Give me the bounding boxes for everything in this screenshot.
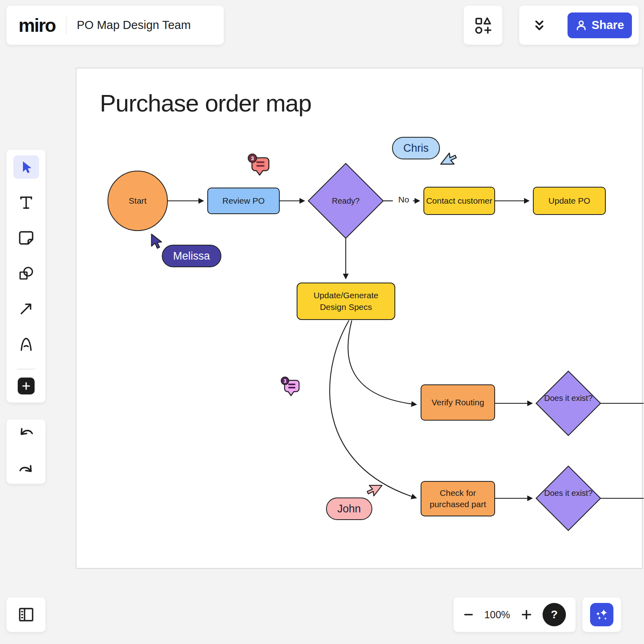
collapse-toolbar-button[interactable] bbox=[528, 14, 551, 37]
node-does-it-exist-bottom-diamond[interactable] bbox=[536, 466, 601, 530]
person-icon bbox=[576, 20, 587, 31]
collaborator-tag-chris[interactable]: Chris bbox=[392, 137, 440, 159]
sparkles-icon bbox=[594, 607, 610, 623]
pen-icon bbox=[18, 336, 35, 353]
history-toolbar bbox=[6, 419, 45, 484]
node-label: Verify Routing bbox=[431, 397, 484, 408]
miro-logo[interactable]: miro bbox=[19, 14, 56, 36]
comment-badge-red[interactable]: 3 bbox=[245, 153, 272, 178]
node-check-for-purchased-part[interactable]: Check for purchased part bbox=[421, 481, 495, 516]
sticky-note-icon bbox=[18, 229, 35, 246]
share-button-label: Share bbox=[592, 19, 624, 32]
comment-badge-pink[interactable]: 3 bbox=[278, 376, 302, 398]
shapes-icon bbox=[18, 265, 35, 282]
shapes-tool[interactable] bbox=[13, 262, 39, 285]
node-label: Update/Generate Design Specs bbox=[310, 290, 382, 313]
templates-button[interactable] bbox=[464, 6, 502, 45]
connector-updgen-check[interactable] bbox=[330, 320, 416, 498]
board-title[interactable]: PO Map Design Team bbox=[77, 19, 191, 32]
edge-label-no: No bbox=[395, 195, 412, 204]
redo-button[interactable] bbox=[13, 458, 39, 482]
more-tools-button[interactable] bbox=[18, 378, 35, 394]
help-button-label: ? bbox=[551, 608, 557, 621]
node-label: Start bbox=[129, 195, 147, 206]
board-frame[interactable]: Purchase order map Start bbox=[76, 68, 643, 569]
frames-panel-button[interactable] bbox=[6, 597, 45, 632]
help-button[interactable]: ? bbox=[543, 603, 566, 626]
connector-tool[interactable] bbox=[13, 297, 39, 320]
collaborator-name: Melissa bbox=[173, 250, 210, 262]
node-contact-customer[interactable]: Contact customer bbox=[423, 187, 495, 215]
templates-shapes-icon bbox=[473, 16, 493, 35]
node-label: Contact customer bbox=[426, 195, 493, 206]
arrow-icon bbox=[18, 301, 34, 317]
zoom-level[interactable]: 100% bbox=[484, 609, 510, 621]
chris-cursor-icon bbox=[439, 150, 457, 167]
double-chevron-down-icon bbox=[533, 19, 546, 32]
undo-icon bbox=[18, 427, 34, 439]
pen-tool[interactable] bbox=[13, 332, 39, 356]
collaborator-name: John bbox=[337, 503, 361, 515]
zoom-out-button[interactable] bbox=[463, 609, 474, 620]
melissa-cursor-icon bbox=[149, 233, 164, 249]
minus-icon bbox=[463, 609, 474, 620]
collaborator-tag-john[interactable]: John bbox=[326, 497, 372, 520]
node-review-po[interactable]: Review PO bbox=[207, 188, 280, 214]
node-label: Check for purchased part bbox=[427, 487, 489, 510]
tools-toolbar bbox=[6, 150, 45, 402]
text-tool[interactable] bbox=[13, 191, 39, 214]
connector-updgen-verify[interactable] bbox=[348, 320, 416, 405]
node-update-generate-design-specs[interactable]: Update/Generate Design Specs bbox=[297, 283, 395, 320]
comment-count: 3 bbox=[251, 155, 254, 161]
john-cursor-icon bbox=[367, 483, 384, 499]
header-actions-card: Share bbox=[519, 6, 639, 45]
plus-icon bbox=[521, 609, 532, 620]
cursor-icon bbox=[18, 159, 34, 175]
toolbar-divider bbox=[17, 369, 35, 369]
undo-button[interactable] bbox=[13, 421, 39, 445]
ai-assist-button[interactable] bbox=[590, 603, 613, 626]
node-ready-diamond[interactable] bbox=[308, 163, 383, 238]
sticky-note-tool[interactable] bbox=[13, 226, 39, 250]
text-icon bbox=[18, 194, 34, 211]
plus-icon bbox=[21, 381, 31, 391]
node-does-it-exist-top-diamond[interactable] bbox=[536, 371, 601, 436]
share-button[interactable]: Share bbox=[568, 12, 632, 38]
header-board-card: miro PO Map Design Team bbox=[6, 6, 224, 45]
zoom-in-button[interactable] bbox=[521, 609, 532, 620]
header-divider bbox=[66, 17, 66, 34]
node-verify-routing[interactable]: Verify Routing bbox=[421, 384, 495, 421]
comment-count: 3 bbox=[284, 378, 287, 384]
node-label: Review PO bbox=[222, 195, 264, 206]
zoom-toolbar: 100% ? bbox=[454, 597, 576, 632]
ai-assist-card bbox=[582, 597, 621, 632]
node-start[interactable]: Start bbox=[107, 171, 168, 231]
collaborator-name: Chris bbox=[403, 142, 429, 155]
collaborator-tag-melissa[interactable]: Melissa bbox=[162, 245, 221, 267]
node-update-po[interactable]: Update PO bbox=[533, 187, 606, 215]
select-tool[interactable] bbox=[13, 155, 39, 179]
node-label: Update PO bbox=[549, 195, 590, 206]
redo-icon bbox=[18, 464, 34, 476]
frames-panel-icon bbox=[17, 606, 35, 623]
